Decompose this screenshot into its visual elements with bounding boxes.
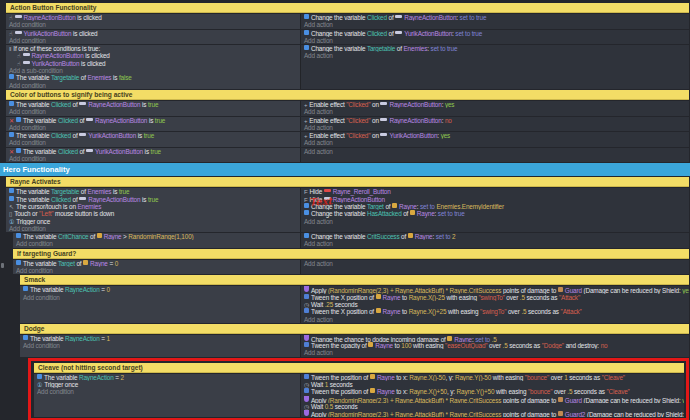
event-block[interactable]: The variable Targetable of Enemies is tr… <box>6 188 689 232</box>
group-header-cleave[interactable]: Cleave (not hitting second target) <box>34 363 684 373</box>
conditions-panel: The variable RayneAction = 2①Trigger onc… <box>34 374 300 418</box>
event-block[interactable]: ✕The variable Clicked of RayneActionButt… <box>6 117 689 132</box>
group-header-if-targeting-guard[interactable]: If targeting Guard? <box>13 249 689 259</box>
action[interactable]: Apply (RandominRange(2,3) + Rayne.Attack… <box>301 410 684 417</box>
action[interactable]: Change the variable Clicked of RayneActi… <box>301 14 689 21</box>
add-condition-link[interactable]: Add condition <box>6 225 300 232</box>
add-action-link[interactable]: Add action <box>301 148 689 155</box>
condition[interactable]: The variable Clicked of YurikActionButto… <box>6 132 300 139</box>
action[interactable]: +Enable effect "Clicked" on RayneActionB… <box>301 101 689 108</box>
action[interactable]: ◷Wait 1 seconds <box>301 381 684 388</box>
token: (Damage can be reduced by Shield: <box>585 411 684 417</box>
action[interactable]: Change the variable Target of Rayne: set… <box>301 203 689 210</box>
action[interactable]: +Enable effect "Clicked" on YurikActionB… <box>301 132 689 139</box>
add-condition-link[interactable]: Add condition <box>6 155 300 162</box>
action[interactable]: Change the chance to dodge incoming dama… <box>301 335 689 342</box>
event-block[interactable]: The variable RayneAction = 0Add conditio… <box>20 286 689 322</box>
action[interactable]: ◷Wait 0.5 seconds <box>301 403 684 410</box>
add-action-link[interactable]: Add action <box>301 52 689 59</box>
section-header-hero-functionality[interactable]: Hero Functionality <box>0 163 690 176</box>
add-action-link[interactable]: Add action <box>301 139 689 146</box>
add-action-link[interactable]: Add action <box>301 108 689 115</box>
action[interactable]: Tween the X position of Rayne to Rayne.X… <box>301 294 689 301</box>
token: The variable <box>30 335 65 342</box>
button-object-icon <box>86 149 93 152</box>
condition[interactable]: The variable Clicked of RayneActionButto… <box>6 196 300 203</box>
condition[interactable]: ①Trigger once <box>6 218 300 225</box>
action[interactable]: +Enable effect "Clicked" on RayneActionB… <box>301 117 689 124</box>
add-condition-link[interactable]: Add condition <box>20 342 300 349</box>
condition[interactable]: The variable CritChance of Rayne > Rando… <box>13 233 300 240</box>
event-block[interactable]: The variable Target of Rayne = 0Add cond… <box>13 260 689 275</box>
condition[interactable]: The variable RayneAction = 0 <box>20 286 300 293</box>
condition[interactable]: ▯Touch or "Left" mouse button is down <box>6 210 300 217</box>
token: Target <box>367 203 384 210</box>
condition[interactable]: ✕The variable Clicked of RayneActionButt… <box>6 117 300 124</box>
condition[interactable]: ☝RayneActionButton is clicked <box>6 14 300 21</box>
token: Change the variable <box>311 45 367 52</box>
condition[interactable]: The variable Targetable of Enemies is fa… <box>6 74 300 81</box>
action[interactable]: Apply (RandominRange(2,3) + Rayne.Attack… <box>301 396 684 403</box>
event-block[interactable]: ‖If one of these conditions is true:☝Ray… <box>6 45 689 89</box>
event-block[interactable]: ☝RayneActionButton is clickedAdd conditi… <box>6 14 689 29</box>
add-action-link[interactable]: Add action <box>301 37 689 44</box>
condition[interactable]: ↖The cursor/touch is on Enemies <box>6 203 300 210</box>
condition[interactable]: The variable RayneAction = 2 <box>34 374 300 381</box>
rayne-sprite-icon <box>368 342 373 347</box>
add-condition-link[interactable]: Add condition <box>6 82 300 89</box>
add-condition-link[interactable]: Add condition <box>34 388 300 395</box>
condition[interactable]: The variable Targetable of Enemies is tr… <box>6 188 300 195</box>
event-block[interactable]: The variable Clicked of YurikActionButto… <box>6 132 689 147</box>
group-header-action-button-functionality[interactable]: Action Button Functionality <box>6 3 689 13</box>
event-block[interactable]: ☝YurikActionButton is clickedAdd conditi… <box>6 30 689 45</box>
action[interactable]: Tween the X position of Rayne to Rayne.X… <box>301 308 689 315</box>
group-header-rayne-activates[interactable]: Rayne Activates <box>6 177 689 187</box>
action[interactable]: FHide RayneActionButton <box>301 196 689 203</box>
action[interactable]: Tween the opacity of Rayne to 100 with e… <box>301 342 689 349</box>
add-condition-link[interactable]: Add condition <box>6 108 300 115</box>
action[interactable]: ◷Wait .25 seconds <box>301 301 689 308</box>
condition[interactable]: ‖If one of these conditions is true: <box>6 45 300 52</box>
condition[interactable]: The variable Target of Rayne = 0 <box>13 260 300 267</box>
add-condition-link[interactable]: Add condition <box>6 124 300 131</box>
group-header-color-of-buttons[interactable]: Color of buttons to signify being active <box>6 90 689 100</box>
add-action-link[interactable]: Add action <box>301 349 689 356</box>
condition[interactable]: ☝RayneActionButton is clicked <box>6 52 300 59</box>
action[interactable]: Change the variable HasAttacked of Rayne… <box>301 210 689 217</box>
add-action-link[interactable]: Add action <box>301 218 689 225</box>
add-condition-link[interactable]: Add condition <box>6 139 300 146</box>
add-sub-condition-link[interactable]: Add a sub-condition <box>6 67 300 74</box>
add-action-link[interactable]: Add action <box>301 21 689 28</box>
add-condition-link[interactable]: Add condition <box>13 240 300 247</box>
action[interactable]: Change the variable Clicked of YurikActi… <box>301 30 689 37</box>
condition[interactable]: The variable Clicked of RayneActionButto… <box>6 101 300 108</box>
event-block[interactable]: The variable CritChance of Rayne > Rando… <box>13 233 689 248</box>
token: with easing <box>445 294 479 301</box>
add-action-link[interactable]: Add action <box>301 240 689 247</box>
add-action-link[interactable]: Add action <box>301 124 689 131</box>
event-block[interactable]: The variable Clicked of RayneActionButto… <box>6 101 689 116</box>
action[interactable]: Apply (RandominRange(2,3) + Rayne.Attack… <box>301 286 689 293</box>
condition[interactable]: ☝YurikActionButton is clicked <box>6 30 300 37</box>
action[interactable]: Change the variable CritSuccess of Rayne… <box>301 233 689 240</box>
add-condition-link[interactable]: Add condition <box>6 21 300 28</box>
condition[interactable]: The variable RayneAction = 1 <box>20 335 300 342</box>
condition[interactable]: ☝YurikActionButton is clicked <box>6 60 300 67</box>
group-header-dodge[interactable]: Dodge <box>20 324 689 334</box>
add-condition-link[interactable]: Add condition <box>6 37 300 44</box>
add-condition-link[interactable]: Add condition <box>13 267 300 274</box>
action[interactable]: Change the variable Targetable of Enemie… <box>301 45 689 52</box>
event-block[interactable]: The variable RayneAction = 2①Trigger onc… <box>34 374 684 418</box>
add-condition-link[interactable]: Add condition <box>20 294 300 301</box>
button-object-icon <box>79 133 86 136</box>
add-action-link[interactable]: Add action <box>301 316 689 323</box>
condition[interactable]: ①Trigger once <box>34 381 300 388</box>
action[interactable]: Tween the position of Rayne to x: Rayne.… <box>301 374 684 381</box>
action[interactable]: Tween the position of Rayne to x: Rayne.… <box>301 388 684 395</box>
event-block[interactable]: ✕The variable Clicked of YurikActionButt… <box>6 148 689 163</box>
add-action-link[interactable]: Add action <box>301 260 689 267</box>
group-header-smack[interactable]: Smack <box>20 275 689 285</box>
event-block[interactable]: The variable RayneAction = 1Add conditio… <box>20 335 689 357</box>
condition[interactable]: ✕The variable Clicked of YurikActionButt… <box>6 148 300 155</box>
action[interactable]: FHide Rayne_Reroll_Button <box>301 188 689 195</box>
